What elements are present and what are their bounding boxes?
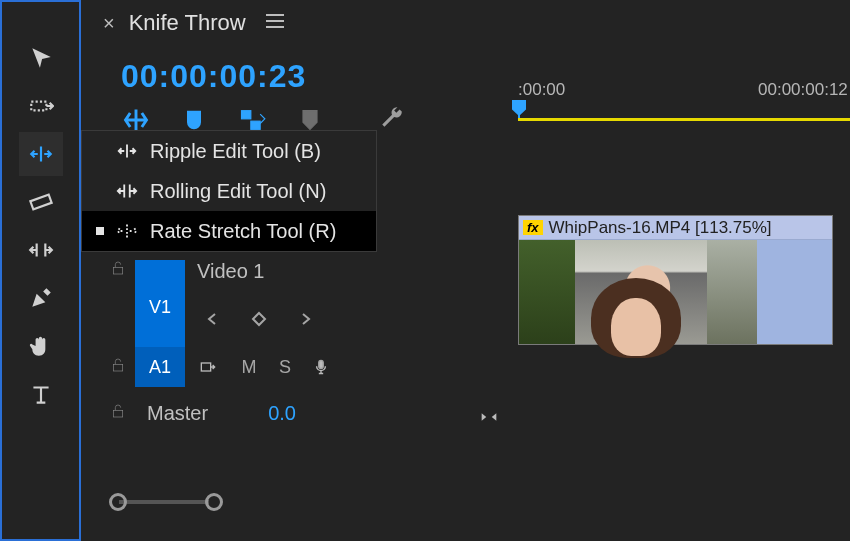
clip-thumbnail xyxy=(519,240,757,344)
razor-tool[interactable] xyxy=(19,180,63,224)
flyout-label-2: Rate Stretch Tool (R) xyxy=(150,220,336,243)
next-keyframe-icon[interactable] xyxy=(287,301,323,337)
video-clip[interactable]: fx WhipPans-16.MP4 [113.75%] xyxy=(518,215,833,345)
flyout-label-1: Rolling Edit Tool (N) xyxy=(150,180,326,203)
playhead-timecode[interactable]: 00:00:00:23 xyxy=(121,58,306,95)
hand-tool[interactable] xyxy=(19,324,63,368)
clip-header: fx WhipPans-16.MP4 [113.75%] xyxy=(519,216,832,240)
zoom-scrollbar[interactable] xyxy=(109,493,319,511)
work-area-bar[interactable] xyxy=(518,118,850,121)
svg-rect-3 xyxy=(251,121,260,129)
track-master[interactable]: Master 0.0 xyxy=(101,390,850,436)
edit-tool-flyout: Ripple Edit Tool (B) Rolling Edit Tool (… xyxy=(81,130,377,252)
link-icon[interactable] xyxy=(478,406,500,432)
fx-badge[interactable]: fx xyxy=(523,220,543,235)
solo-button[interactable]: S xyxy=(267,349,303,385)
mute-button[interactable]: M xyxy=(231,349,267,385)
clip-title: WhipPans-16.MP4 [113.75%] xyxy=(549,218,772,238)
zoom-handle-left[interactable] xyxy=(109,493,127,511)
rolling-edit-tool-item[interactable]: Rolling Edit Tool (N) xyxy=(82,171,376,211)
tools-panel xyxy=(0,0,81,541)
add-keyframe-icon[interactable] xyxy=(241,301,277,337)
v1-source-toggle[interactable]: V1 xyxy=(135,260,185,354)
svg-rect-2 xyxy=(242,111,251,119)
svg-rect-6 xyxy=(201,363,210,371)
svg-rect-1 xyxy=(30,195,51,210)
svg-rect-5 xyxy=(113,364,122,371)
track-select-tool[interactable] xyxy=(19,84,63,128)
selection-tool[interactable] xyxy=(19,36,63,80)
ripple-edit-tool[interactable] xyxy=(19,132,63,176)
track-a1[interactable]: A1 M S xyxy=(101,344,850,390)
sequence-tab-bar: × Knife Throw xyxy=(81,0,850,46)
ripple-edit-tool-item[interactable]: Ripple Edit Tool (B) xyxy=(82,131,376,171)
time-ruler[interactable]: :00:00 00:00:00:12 xyxy=(518,80,850,120)
type-tool[interactable] xyxy=(19,372,63,416)
zoom-handle-right[interactable] xyxy=(205,493,223,511)
ruler-tick-1: 00:00:00:12 xyxy=(758,80,848,100)
svg-rect-4 xyxy=(113,267,122,274)
svg-rect-7 xyxy=(319,360,323,368)
svg-rect-8 xyxy=(113,410,122,417)
lock-icon[interactable] xyxy=(101,260,135,281)
master-track-name: Master xyxy=(147,402,208,425)
a1-source-toggle[interactable]: A1 xyxy=(135,347,185,387)
timeline-settings-icon[interactable] xyxy=(379,104,405,134)
flyout-label-0: Ripple Edit Tool (B) xyxy=(150,140,321,163)
lock-icon[interactable] xyxy=(101,357,135,378)
sequence-title[interactable]: Knife Throw xyxy=(129,10,246,36)
panel-menu-icon[interactable] xyxy=(266,13,284,33)
lock-icon[interactable] xyxy=(101,403,135,424)
track-v1-name: Video 1 xyxy=(197,260,323,283)
master-level-value[interactable]: 0.0 xyxy=(268,402,296,425)
svg-rect-0 xyxy=(31,102,46,111)
slip-tool[interactable] xyxy=(19,228,63,272)
pen-tool[interactable] xyxy=(19,276,63,320)
rate-stretch-tool-item[interactable]: Rate Stretch Tool (R) xyxy=(82,211,376,251)
timeline-panel: × Knife Throw 00:00:00:23 :00:00 00:00:0… xyxy=(81,0,850,541)
close-tab-button[interactable]: × xyxy=(103,12,115,35)
ruler-tick-0: :00:00 xyxy=(518,80,565,99)
voiceover-record-icon[interactable] xyxy=(303,349,339,385)
prev-keyframe-icon[interactable] xyxy=(195,301,231,337)
a1-track-output-icon[interactable] xyxy=(185,349,231,385)
